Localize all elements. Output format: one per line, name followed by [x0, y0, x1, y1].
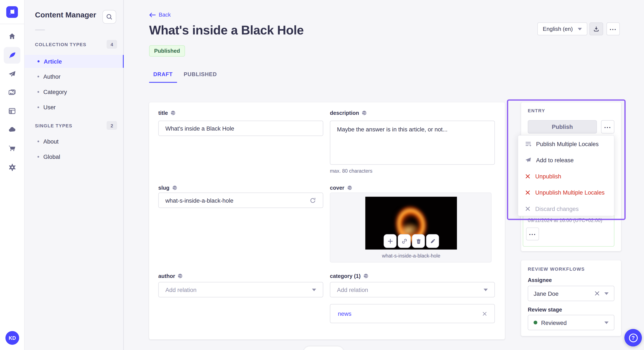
- description-helper: max. 80 characters: [330, 168, 372, 174]
- link-icon: [402, 238, 407, 244]
- more-horizontal-icon: ...: [604, 123, 611, 131]
- globe-icon: [178, 273, 183, 279]
- layout-icon: [8, 107, 16, 115]
- sidebar-item-label: Category: [43, 88, 67, 95]
- paper-plane-icon: [525, 157, 531, 163]
- nav-settings-button[interactable]: [4, 159, 20, 175]
- select-placeholder: Add relation: [165, 286, 196, 293]
- rail-divider: [0, 24, 24, 24]
- menu-item-discard-changes[interactable]: Discard changes: [518, 200, 614, 217]
- cross-icon: [525, 206, 530, 211]
- review-workflows-title: REVIEW WORKFLOWS: [528, 267, 585, 272]
- sidebar-item-label: Global: [43, 153, 60, 160]
- nav-media-library-button[interactable]: [4, 84, 20, 101]
- tab-published-label: PUBLISHED: [184, 71, 217, 77]
- sidebar-item-global[interactable]: Global: [24, 150, 124, 163]
- tab-published[interactable]: PUBLISHED: [184, 70, 217, 78]
- edit-media-button[interactable]: [426, 234, 439, 248]
- tab-draft-label: DRAFT: [153, 71, 173, 77]
- chevron-down-icon: [578, 28, 582, 30]
- delete-media-button[interactable]: [412, 234, 425, 248]
- relation-link[interactable]: news: [338, 310, 352, 317]
- pencil-icon: [430, 238, 436, 244]
- select-placeholder: Add relation: [337, 286, 368, 293]
- cover-toolbar: [384, 234, 439, 248]
- locale-select[interactable]: English (en): [537, 22, 587, 35]
- nav-releases-button[interactable]: [4, 66, 20, 82]
- publish-dropdown-menu: Publish Multiple Locales Add to release …: [518, 135, 614, 216]
- clear-assignee-icon[interactable]: [594, 291, 600, 296]
- cloud-icon: [8, 126, 16, 134]
- user-avatar[interactable]: KD: [5, 331, 19, 345]
- strapi-admin-app: KD Content Manager COLLECTION TYPES 4 Ar…: [0, 0, 644, 350]
- publish-button[interactable]: Publish: [528, 120, 597, 134]
- slug-value: what-s-inside-a-black-hole: [165, 197, 234, 203]
- help-fab-button[interactable]: ?: [624, 329, 642, 347]
- publish-button-label: Publish: [552, 124, 573, 130]
- review-stage-select[interactable]: Reviewed: [528, 315, 614, 330]
- nav-marketplace-button[interactable]: [4, 140, 20, 157]
- category-relation-select[interactable]: Add relation: [330, 282, 495, 297]
- feather-icon: [8, 51, 16, 60]
- sidebar-item-user[interactable]: User: [24, 101, 124, 114]
- cover-media-box: what-s-inside-a-black-hole: [330, 193, 492, 263]
- nav-rail: KD: [0, 0, 24, 350]
- menu-item-label: Discard changes: [535, 205, 578, 212]
- menu-item-unpublish-multiple-locales[interactable]: Unpublish Multiple Locales: [518, 184, 614, 200]
- sidebar-item-author[interactable]: Author: [24, 70, 124, 83]
- back-link[interactable]: Back: [149, 12, 171, 18]
- entry-more-button[interactable]: ...: [601, 120, 614, 134]
- add-media-button[interactable]: [384, 234, 396, 248]
- title-field-label: title: [158, 110, 176, 116]
- scheduled-date: 09/11/2024 at 16:00 (UTC+02:00): [528, 217, 614, 223]
- nav-home-button[interactable]: [4, 28, 20, 44]
- export-button[interactable]: [590, 22, 603, 35]
- description-field-label: description: [330, 110, 367, 116]
- nav-deploy-button[interactable]: [4, 121, 20, 138]
- field-label-text: title: [158, 110, 168, 116]
- subnav-search-button[interactable]: [102, 10, 116, 24]
- copy-link-button[interactable]: [398, 234, 411, 248]
- sidebar-item-category[interactable]: Category: [24, 85, 124, 98]
- remove-relation-icon[interactable]: [482, 311, 487, 316]
- author-relation-select[interactable]: Add relation: [158, 282, 323, 297]
- menu-item-label: Add to release: [536, 157, 574, 163]
- header-more-button[interactable]: ...: [606, 22, 620, 35]
- description-textarea[interactable]: Maybe the answer is in this article, or …: [330, 121, 495, 165]
- sidebar-item-about[interactable]: About: [24, 135, 124, 148]
- menu-item-publish-multiple-locales[interactable]: Publish Multiple Locales: [518, 136, 614, 152]
- trash-icon: [416, 238, 421, 244]
- more-horizontal-icon: ...: [529, 230, 536, 238]
- field-label-text: category (1): [330, 273, 360, 279]
- more-horizontal-icon: ...: [610, 24, 616, 33]
- field-label-text: cover: [330, 184, 344, 191]
- menu-item-label: Unpublish Multiple Locales: [535, 189, 604, 196]
- field-label-text: author: [158, 273, 175, 279]
- collection-types-count: 4: [107, 40, 117, 49]
- nav-content-manager-button[interactable]: [4, 47, 20, 64]
- download-icon: [593, 26, 599, 32]
- home-icon: [8, 32, 16, 40]
- menu-item-add-to-release[interactable]: Add to release: [518, 152, 614, 168]
- chevron-down-icon: [312, 288, 316, 291]
- assignee-value: Jane Doe: [534, 290, 558, 297]
- next-section-card-peek: [303, 347, 344, 350]
- nav-content-type-builder-button[interactable]: [4, 103, 20, 119]
- avatar-initials: KD: [9, 335, 16, 341]
- category-relation-item: news: [330, 304, 495, 323]
- release-more-button[interactable]: ...: [526, 227, 539, 240]
- menu-item-unpublish[interactable]: Unpublish: [518, 168, 614, 184]
- subnav-divider: [35, 29, 45, 30]
- strapi-logo[interactable]: [6, 6, 18, 18]
- slug-input[interactable]: what-s-inside-a-black-hole: [158, 193, 323, 208]
- sidebar-item-article[interactable]: Article: [24, 55, 124, 68]
- field-label-text: slug: [158, 184, 169, 191]
- bullet-icon: [38, 106, 39, 108]
- subnav-title: Content Manager: [35, 11, 96, 19]
- title-input[interactable]: [158, 121, 323, 136]
- tab-draft[interactable]: DRAFT: [153, 70, 173, 78]
- regenerate-icon[interactable]: [310, 197, 316, 203]
- globe-icon: [172, 185, 177, 190]
- cover-field-label: cover: [330, 184, 352, 191]
- assignee-select[interactable]: Jane Doe: [528, 286, 614, 301]
